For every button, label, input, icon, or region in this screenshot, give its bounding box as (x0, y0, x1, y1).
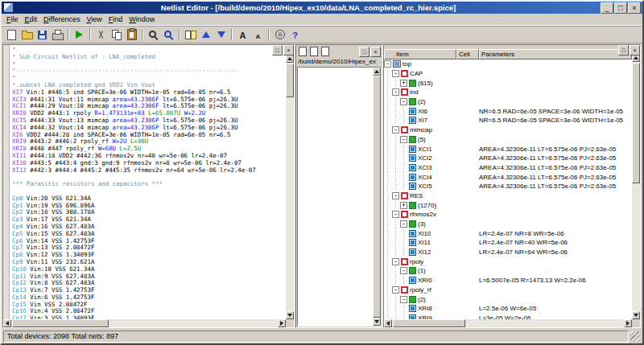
menu-view[interactable]: View (83, 14, 105, 24)
tree-item-label[interactable]: (815) (418, 80, 433, 87)
tree-row[interactable]: XCI3AREA=4.32306e-11 LT=6.575e-06 PJ=2.6… (384, 163, 632, 173)
collapse-expander[interactable]: - (392, 70, 399, 77)
tree-item-label[interactable]: CAP (410, 70, 423, 77)
scrollbar-thumb[interactable] (373, 76, 381, 318)
tree-item-label[interactable]: XCI1 (418, 146, 432, 153)
scroll-left-button[interactable] (384, 319, 392, 327)
document-button[interactable] (320, 47, 330, 56)
tree-row[interactable]: XRI0L=6.5007e-05 R=1473.13 W=2.2e-06 (384, 276, 632, 285)
pane-close-button[interactable]: × (630, 45, 640, 55)
tree-row[interactable]: XI6NR=6.5 RAD=6e-05 SPACE=3e-06 WIDTH=1e… (384, 106, 632, 116)
resize-grip[interactable] (630, 331, 641, 342)
tree-horizontal-scrollbar[interactable] (384, 319, 632, 327)
tree-row[interactable]: XI10LR=2.4e-07 NR=8 WR=5e-06 (384, 228, 632, 238)
scrollbar-thumb[interactable] (632, 63, 640, 183)
minimize-button[interactable]: _ (601, 2, 613, 14)
tree-row[interactable]: XRI9L=3e-05 W=2e-06 (384, 314, 632, 319)
tree-row[interactable]: XCI4AREA=4.32306e-11 LT=6.575e-06 PJ=2.6… (384, 172, 632, 182)
find-button[interactable] (146, 28, 161, 42)
tree-item-label[interactable]: XI7 (418, 117, 427, 124)
tree-row[interactable]: +(815) (384, 78, 632, 88)
tree-item-label[interactable]: XI11 (418, 239, 431, 246)
tree-row[interactable]: -(5) (384, 135, 632, 145)
tree-item-label[interactable]: XCI5 (418, 183, 432, 190)
collapse-expander[interactable]: - (392, 211, 399, 218)
tree-item-label[interactable]: (1270) (418, 202, 436, 209)
column-header-parameters[interactable]: Parameters (479, 49, 632, 60)
compare-files-button[interactable] (183, 28, 198, 42)
tree-item-label[interactable]: XI10 (418, 230, 431, 237)
previous-difference-button[interactable] (198, 28, 213, 42)
tree-item-label[interactable]: RES (410, 192, 423, 199)
column-header-cell[interactable]: Cell (456, 49, 479, 60)
tree-item-label[interactable]: rpoly (410, 258, 423, 265)
settings-button[interactable] (272, 28, 287, 42)
tree-row[interactable]: -(2) (384, 294, 632, 304)
font-increase-button[interactable] (235, 28, 250, 42)
tree-row[interactable]: -(3) (384, 220, 632, 229)
font-decrease-button[interactable] (250, 28, 266, 42)
tree-item-label[interactable]: ind (410, 88, 419, 96)
tree-row[interactable]: +(1270) (384, 200, 632, 210)
tree-item-label[interactable]: rpoly_rf (410, 286, 431, 294)
tree-row[interactable]: -RES (384, 191, 632, 201)
expand-expander[interactable]: + (400, 202, 407, 209)
collapse-expander[interactable]: - (392, 126, 399, 133)
tree-row[interactable]: XI11LR=2.4e-07 NR=40 WR=5e-06 (384, 238, 632, 248)
pane-close-button[interactable]: × (283, 45, 294, 55)
collapse-expander[interactable]: - (392, 88, 399, 96)
tree-item-label[interactable]: (1) (418, 267, 426, 274)
open-file-button[interactable] (19, 28, 35, 42)
app-icon[interactable] (3, 2, 14, 13)
menu-edit[interactable]: Edit (22, 14, 41, 24)
new-file-button[interactable] (4, 28, 19, 42)
copy-button[interactable] (109, 28, 124, 42)
editor-horizontal-scrollbar[interactable] (3, 319, 286, 327)
tree-row[interactable]: XRI8L=2.5e-06 W=6e-05 (384, 304, 632, 314)
scroll-down-button[interactable] (286, 311, 294, 319)
collapse-expander[interactable]: - (392, 258, 399, 265)
pane-close-button[interactable]: × (370, 47, 381, 57)
scroll-up-button[interactable] (373, 68, 381, 76)
paste-button[interactable] (124, 28, 139, 42)
tree-row[interactable]: XCI1AREA=4.32306e-11 LT=6.575e-06 PJ=2.6… (384, 144, 632, 154)
close-button[interactable]: × (628, 2, 641, 14)
help-button[interactable] (287, 28, 303, 42)
tree-row[interactable]: XI12LR=2.4e-07 NR=64 WR=5e-06 (384, 248, 632, 257)
scroll-up-button[interactable] (286, 55, 294, 63)
hierarchy-list[interactable] (297, 67, 382, 327)
menu-window[interactable]: Window (126, 14, 158, 24)
scrollbar-thumb[interactable] (393, 319, 465, 327)
tree-item-label[interactable]: XI6 (418, 108, 427, 115)
scrollbar-thumb[interactable] (286, 64, 294, 97)
menu-differences[interactable]: Differences (40, 14, 83, 24)
pane-restore-button[interactable]: □ (272, 45, 283, 55)
collapse-expander[interactable]: - (384, 60, 391, 68)
tree-item-label[interactable]: mimcap (410, 126, 432, 133)
tree-row[interactable]: -top (384, 60, 632, 69)
next-difference-button[interactable] (213, 28, 229, 42)
tree-vertical-scrollbar[interactable] (632, 54, 640, 319)
save-file-button[interactable] (35, 28, 50, 42)
tree-item-label[interactable]: (2) (418, 296, 426, 303)
tree-item-label[interactable]: XCI2 (418, 154, 432, 162)
tree-item-label[interactable]: top (402, 60, 411, 68)
tree-row[interactable]: XI7NR=6.5 RAD=6e-05 SPACE=3e-06 WIDTH=1e… (384, 116, 632, 125)
collapse-expander[interactable]: - (400, 220, 407, 228)
tree-row[interactable]: -(2) (384, 97, 632, 107)
tree-row[interactable]: XCI2AREA=4.32306e-11 LT=6.575e-06 PJ=2.6… (384, 154, 632, 163)
column-header-item[interactable]: Item (384, 49, 456, 60)
editor-vertical-scrollbar[interactable] (286, 55, 294, 319)
document-button[interactable] (298, 47, 308, 56)
expand-expander[interactable]: + (400, 80, 407, 87)
tree-item-label[interactable]: XCI3 (418, 164, 432, 171)
collapse-expander[interactable]: - (400, 296, 407, 303)
scroll-left-button[interactable] (3, 319, 11, 327)
tree-row[interactable]: -CAP (384, 69, 632, 79)
editor-text[interactable]: ** Sub-Circuit Netlist of : LNA_complete… (12, 47, 284, 319)
collapse-expander[interactable]: - (400, 98, 407, 105)
collapse-expander[interactable]: - (392, 192, 399, 199)
tree-item-label[interactable]: rfnmos2v (410, 211, 436, 218)
tree-item-label[interactable]: (2) (418, 98, 426, 105)
scroll-right-button[interactable] (624, 319, 632, 327)
